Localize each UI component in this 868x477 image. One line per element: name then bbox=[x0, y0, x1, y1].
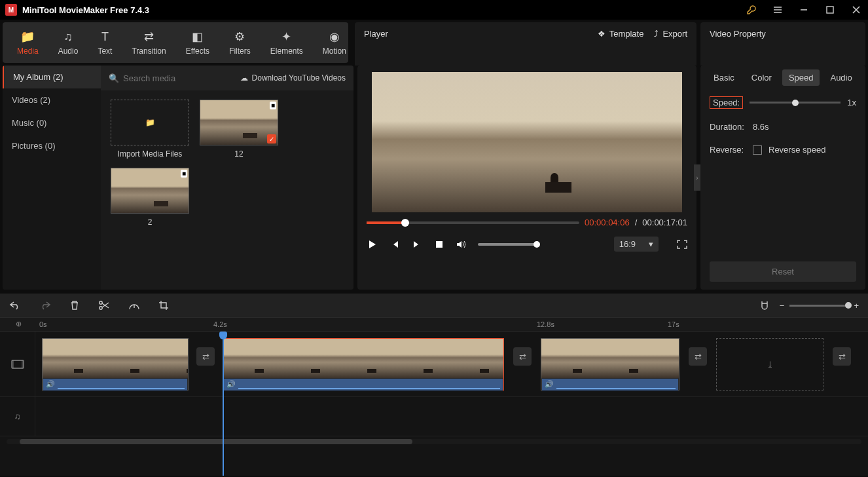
export-icon: ⤴ bbox=[654, 29, 659, 39]
fullscreen-button[interactable] bbox=[677, 240, 687, 249]
reverse-checkbox[interactable] bbox=[753, 145, 762, 155]
check-icon: ✓ bbox=[267, 134, 276, 143]
snap-icon[interactable] bbox=[760, 300, 769, 311]
reverse-text: Reverse speed bbox=[769, 145, 825, 155]
key-icon[interactable] bbox=[745, 3, 758, 16]
prop-tab-color[interactable]: Color bbox=[745, 69, 778, 86]
timeline-clip-3[interactable]: 🔊 bbox=[541, 338, 679, 391]
collapse-panel-button[interactable]: › bbox=[694, 164, 700, 191]
add-track-icon[interactable]: ⊕ bbox=[16, 320, 22, 328]
chevron-down-icon: ▾ bbox=[649, 239, 653, 249]
aspect-ratio-dropdown[interactable]: 16:9▾ bbox=[614, 237, 659, 252]
transition-slot-4[interactable]: ⇄ bbox=[833, 347, 851, 366]
template-button[interactable]: ❖Template bbox=[598, 29, 644, 39]
cloud-download-icon: ☁ bbox=[240, 73, 248, 83]
prop-tab-speed[interactable]: Speed bbox=[782, 69, 820, 86]
seek-bar[interactable] bbox=[367, 221, 579, 224]
effects-icon: ◧ bbox=[192, 29, 203, 44]
speaker-icon: 🔊 bbox=[226, 380, 236, 389]
text-icon: T bbox=[101, 30, 109, 44]
timeline-scrollbar[interactable] bbox=[7, 439, 861, 444]
stop-button[interactable] bbox=[433, 240, 445, 249]
speed-slider[interactable] bbox=[750, 102, 841, 104]
prop-tab-basic[interactable]: Basic bbox=[707, 69, 741, 86]
sidebar-album-header[interactable]: My Album (2) bbox=[3, 66, 101, 88]
transition-slot-2[interactable]: ⇄ bbox=[513, 347, 532, 366]
speed-value: 1x bbox=[847, 98, 856, 107]
tab-filters[interactable]: ⚙Filters bbox=[221, 26, 259, 60]
download-youtube-button[interactable]: ☁Download YouTube Videos bbox=[240, 73, 346, 83]
export-button[interactable]: ⤴Export bbox=[654, 29, 687, 39]
sidebar-item-videos[interactable]: Videos (2) bbox=[3, 88, 101, 111]
menu-icon[interactable] bbox=[771, 3, 784, 16]
audio-track-header[interactable]: ♫ bbox=[0, 397, 35, 436]
tab-transition[interactable]: ⇄Transition bbox=[124, 26, 173, 60]
template-icon: ❖ bbox=[598, 29, 606, 39]
speaker-icon: 🔊 bbox=[46, 380, 55, 389]
tab-media[interactable]: 📁Media bbox=[9, 26, 46, 60]
timeline-clip-2-selected[interactable]: 🔊 bbox=[223, 338, 504, 391]
playhead[interactable] bbox=[223, 332, 224, 476]
zoom-slider[interactable] bbox=[789, 305, 848, 307]
app-title: MiniTool MovieMaker Free 7.4.3 bbox=[22, 5, 732, 15]
zoom-in-button[interactable]: + bbox=[854, 301, 859, 311]
speed-label: Speed: bbox=[710, 96, 743, 109]
tab-audio[interactable]: ♫Audio bbox=[50, 26, 86, 60]
reset-button[interactable]: Reset bbox=[710, 261, 856, 282]
play-button[interactable] bbox=[367, 240, 378, 249]
volume-slider[interactable] bbox=[478, 243, 537, 246]
filters-icon: ⚙ bbox=[234, 29, 245, 44]
top-tool-tabs: 📁Media ♫Audio TText ⇄Transition ◧Effects… bbox=[3, 22, 348, 63]
sidebar-item-pictures[interactable]: Pictures (0) bbox=[3, 134, 101, 157]
prev-frame-button[interactable] bbox=[389, 240, 401, 249]
undo-button[interactable] bbox=[9, 300, 21, 311]
motion-icon: ◉ bbox=[329, 29, 340, 44]
svg-point-2 bbox=[99, 301, 102, 304]
search-input[interactable] bbox=[123, 73, 240, 83]
music-note-icon: ♫ bbox=[63, 30, 73, 44]
preview-viewport[interactable] bbox=[372, 72, 682, 212]
split-button[interactable] bbox=[98, 300, 110, 311]
folder-icon: 📁 bbox=[145, 118, 155, 127]
drop-media-zone[interactable]: ⤓ bbox=[716, 338, 823, 391]
redo-button[interactable] bbox=[39, 300, 51, 311]
tab-effects[interactable]: ◧Effects bbox=[178, 26, 217, 60]
timeline-clip-1[interactable]: 🔊 bbox=[42, 338, 189, 391]
tab-text[interactable]: TText bbox=[90, 26, 120, 60]
svg-point-3 bbox=[99, 307, 102, 309]
delete-button[interactable] bbox=[69, 300, 80, 311]
media-clip-2[interactable]: ■ 2 bbox=[110, 168, 190, 227]
search-icon: 🔍 bbox=[109, 73, 119, 83]
timeline-ruler[interactable]: ⊕ 0s 4.2s 12.8s 17s bbox=[0, 317, 868, 332]
zoom-out-button[interactable]: − bbox=[780, 301, 785, 311]
close-icon[interactable] bbox=[850, 3, 863, 16]
reverse-label: Reverse: bbox=[710, 145, 746, 155]
transition-slot-1[interactable]: ⇄ bbox=[196, 347, 215, 366]
svg-rect-0 bbox=[827, 7, 833, 13]
minimize-icon[interactable] bbox=[797, 3, 810, 16]
video-badge-icon: ■ bbox=[181, 170, 187, 178]
speaker-icon: 🔊 bbox=[545, 380, 554, 389]
download-icon: ⤓ bbox=[767, 360, 774, 370]
tab-motion[interactable]: ◉Motion bbox=[315, 26, 354, 60]
sidebar-item-music[interactable]: Music (0) bbox=[3, 111, 101, 134]
prop-tab-audio[interactable]: Audio bbox=[823, 69, 858, 86]
maximize-icon[interactable] bbox=[823, 3, 837, 16]
video-track-header[interactable] bbox=[0, 332, 35, 396]
volume-icon[interactable] bbox=[456, 240, 467, 249]
transition-slot-3[interactable]: ⇄ bbox=[689, 347, 707, 366]
duration-value: 8.6s bbox=[753, 122, 769, 132]
import-media-button[interactable]: 📁 Import Media Files bbox=[110, 100, 190, 159]
transition-icon: ⇄ bbox=[144, 29, 154, 44]
time-total: 00:00:17:01 bbox=[642, 218, 687, 227]
next-frame-button[interactable] bbox=[411, 240, 423, 249]
library-sidebar: My Album (2) Videos (2) Music (0) Pictur… bbox=[3, 66, 101, 290]
elements-icon: ✦ bbox=[281, 29, 291, 44]
media-clip-12[interactable]: ■✓ 12 bbox=[199, 100, 279, 159]
tab-elements[interactable]: ✦Elements bbox=[262, 26, 311, 60]
svg-rect-6 bbox=[22, 360, 24, 368]
speed-tool-button[interactable] bbox=[128, 300, 140, 311]
crop-button[interactable] bbox=[158, 300, 169, 311]
title-bar: M MiniTool MovieMaker Free 7.4.3 bbox=[0, 0, 868, 20]
svg-rect-5 bbox=[12, 360, 14, 368]
